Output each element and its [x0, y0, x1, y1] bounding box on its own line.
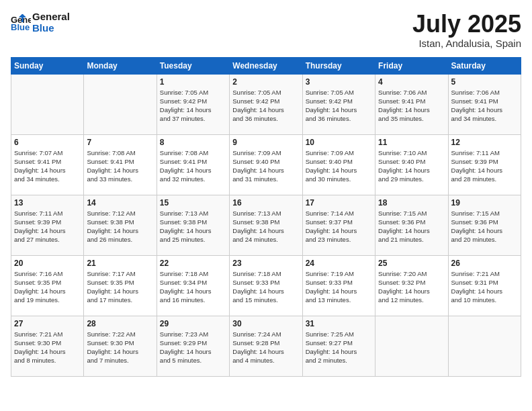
day-number: 13	[14, 198, 81, 208]
day-number: 15	[160, 198, 226, 208]
calendar-cell: 24Sunrise: 7:19 AM Sunset: 9:33 PM Dayli…	[302, 255, 375, 316]
day-info: Sunrise: 7:20 AM Sunset: 9:32 PM Dayligh…	[378, 269, 445, 305]
weekday-sunday: Sunday	[11, 57, 84, 74]
weekday-friday: Friday	[375, 57, 448, 74]
calendar-cell: 8Sunrise: 7:08 AM Sunset: 9:41 PM Daylig…	[157, 134, 229, 195]
calendar-cell: 13Sunrise: 7:11 AM Sunset: 9:39 PM Dayli…	[11, 195, 84, 255]
day-info: Sunrise: 7:18 AM Sunset: 9:34 PM Dayligh…	[160, 269, 226, 305]
calendar-week-1: 1Sunrise: 7:05 AM Sunset: 9:42 PM Daylig…	[11, 74, 521, 134]
day-info: Sunrise: 7:25 AM Sunset: 9:27 PM Dayligh…	[306, 330, 372, 365]
day-info: Sunrise: 7:18 AM Sunset: 9:33 PM Dayligh…	[232, 269, 299, 305]
calendar-cell: 12Sunrise: 7:11 AM Sunset: 9:39 PM Dayli…	[448, 134, 521, 195]
calendar-cell: 28Sunrise: 7:22 AM Sunset: 9:30 PM Dayli…	[84, 316, 157, 376]
day-number: 1	[160, 77, 226, 87]
calendar-cell: 25Sunrise: 7:20 AM Sunset: 9:32 PM Dayli…	[375, 255, 448, 316]
day-info: Sunrise: 7:09 AM Sunset: 9:40 PM Dayligh…	[306, 148, 372, 184]
calendar-week-4: 20Sunrise: 7:16 AM Sunset: 9:35 PM Dayli…	[11, 255, 521, 316]
day-info: Sunrise: 7:06 AM Sunset: 9:41 PM Dayligh…	[451, 88, 518, 124]
calendar-cell: 15Sunrise: 7:13 AM Sunset: 9:38 PM Dayli…	[157, 195, 229, 255]
day-number: 25	[378, 259, 445, 268]
logo-icon: General Blue	[11, 14, 31, 30]
calendar-cell: 9Sunrise: 7:09 AM Sunset: 9:40 PM Daylig…	[230, 134, 302, 195]
day-number: 26	[451, 259, 518, 268]
logo-general: General	[32, 11, 70, 22]
day-info: Sunrise: 7:10 AM Sunset: 9:40 PM Dayligh…	[378, 148, 445, 184]
day-info: Sunrise: 7:11 AM Sunset: 9:39 PM Dayligh…	[451, 148, 518, 184]
day-info: Sunrise: 7:15 AM Sunset: 9:36 PM Dayligh…	[451, 209, 518, 244]
calendar-cell: 16Sunrise: 7:13 AM Sunset: 9:38 PM Dayli…	[230, 195, 302, 255]
day-number: 17	[306, 198, 372, 208]
calendar-cell: 17Sunrise: 7:14 AM Sunset: 9:37 PM Dayli…	[302, 195, 375, 255]
day-number: 23	[232, 259, 299, 268]
calendar-cell	[448, 316, 521, 376]
day-info: Sunrise: 7:15 AM Sunset: 9:36 PM Dayligh…	[378, 209, 445, 244]
day-info: Sunrise: 7:21 AM Sunset: 9:30 PM Dayligh…	[14, 330, 81, 365]
day-number: 22	[160, 259, 226, 268]
calendar-week-3: 13Sunrise: 7:11 AM Sunset: 9:39 PM Dayli…	[11, 195, 521, 255]
day-info: Sunrise: 7:05 AM Sunset: 9:42 PM Dayligh…	[160, 88, 226, 124]
day-number: 6	[14, 138, 81, 147]
calendar-cell	[375, 316, 448, 376]
day-info: Sunrise: 7:22 AM Sunset: 9:30 PM Dayligh…	[87, 330, 153, 365]
day-number: 18	[378, 198, 445, 208]
day-number: 10	[306, 138, 372, 147]
day-info: Sunrise: 7:13 AM Sunset: 9:38 PM Dayligh…	[232, 209, 299, 244]
weekday-saturday: Saturday	[448, 57, 521, 74]
calendar-cell: 11Sunrise: 7:10 AM Sunset: 9:40 PM Dayli…	[375, 134, 448, 195]
svg-text:Blue: Blue	[11, 22, 30, 30]
day-info: Sunrise: 7:06 AM Sunset: 9:41 PM Dayligh…	[378, 88, 445, 124]
day-number: 29	[160, 319, 226, 328]
calendar-week-2: 6Sunrise: 7:07 AM Sunset: 9:41 PM Daylig…	[11, 134, 521, 195]
day-info: Sunrise: 7:11 AM Sunset: 9:39 PM Dayligh…	[14, 209, 81, 244]
day-number: 7	[87, 138, 153, 147]
page-header: General Blue General Blue July 2025 Ista…	[11, 11, 521, 49]
calendar-cell: 14Sunrise: 7:12 AM Sunset: 9:38 PM Dayli…	[84, 195, 157, 255]
calendar-cell: 6Sunrise: 7:07 AM Sunset: 9:41 PM Daylig…	[11, 134, 84, 195]
day-info: Sunrise: 7:13 AM Sunset: 9:38 PM Dayligh…	[160, 209, 226, 244]
calendar-cell: 7Sunrise: 7:08 AM Sunset: 9:41 PM Daylig…	[84, 134, 157, 195]
weekday-header-row: SundayMondayTuesdayWednesdayThursdayFrid…	[11, 57, 521, 74]
day-number: 31	[306, 319, 372, 328]
title-block: July 2025 Istan, Andalusia, Spain	[412, 11, 521, 49]
calendar-cell: 19Sunrise: 7:15 AM Sunset: 9:36 PM Dayli…	[448, 195, 521, 255]
calendar-cell: 31Sunrise: 7:25 AM Sunset: 9:27 PM Dayli…	[302, 316, 375, 376]
day-info: Sunrise: 7:05 AM Sunset: 9:42 PM Dayligh…	[232, 88, 299, 124]
day-number: 30	[232, 319, 299, 328]
calendar-body: 1Sunrise: 7:05 AM Sunset: 9:42 PM Daylig…	[11, 74, 521, 376]
day-number: 20	[14, 259, 81, 268]
day-info: Sunrise: 7:07 AM Sunset: 9:41 PM Dayligh…	[14, 148, 81, 184]
calendar-cell: 20Sunrise: 7:16 AM Sunset: 9:35 PM Dayli…	[11, 255, 84, 316]
day-number: 21	[87, 259, 153, 268]
day-number: 12	[451, 138, 518, 147]
calendar-cell: 5Sunrise: 7:06 AM Sunset: 9:41 PM Daylig…	[448, 74, 521, 134]
day-number: 2	[232, 77, 299, 87]
day-number: 11	[378, 138, 445, 147]
calendar-cell: 26Sunrise: 7:21 AM Sunset: 9:31 PM Dayli…	[448, 255, 521, 316]
weekday-tuesday: Tuesday	[157, 57, 229, 74]
day-info: Sunrise: 7:08 AM Sunset: 9:41 PM Dayligh…	[87, 148, 153, 184]
day-number: 3	[306, 77, 372, 87]
day-info: Sunrise: 7:14 AM Sunset: 9:37 PM Dayligh…	[306, 209, 372, 244]
day-number: 28	[87, 319, 153, 328]
calendar-cell: 4Sunrise: 7:06 AM Sunset: 9:41 PM Daylig…	[375, 74, 448, 134]
day-number: 9	[232, 138, 299, 147]
day-info: Sunrise: 7:08 AM Sunset: 9:41 PM Dayligh…	[160, 148, 226, 184]
day-number: 24	[306, 259, 372, 268]
day-info: Sunrise: 7:19 AM Sunset: 9:33 PM Dayligh…	[306, 269, 372, 305]
weekday-monday: Monday	[84, 57, 157, 74]
calendar-cell	[84, 74, 157, 134]
day-info: Sunrise: 7:09 AM Sunset: 9:40 PM Dayligh…	[232, 148, 299, 184]
day-info: Sunrise: 7:12 AM Sunset: 9:38 PM Dayligh…	[87, 209, 153, 244]
calendar-cell: 30Sunrise: 7:24 AM Sunset: 9:28 PM Dayli…	[230, 316, 302, 376]
logo: General Blue General Blue	[11, 11, 70, 34]
day-info: Sunrise: 7:24 AM Sunset: 9:28 PM Dayligh…	[232, 330, 299, 365]
calendar-cell: 1Sunrise: 7:05 AM Sunset: 9:42 PM Daylig…	[157, 74, 229, 134]
calendar-cell: 27Sunrise: 7:21 AM Sunset: 9:30 PM Dayli…	[11, 316, 84, 376]
day-info: Sunrise: 7:21 AM Sunset: 9:31 PM Dayligh…	[451, 269, 518, 305]
location: Istan, Andalusia, Spain	[412, 38, 521, 49]
calendar-cell: 29Sunrise: 7:23 AM Sunset: 9:29 PM Dayli…	[157, 316, 229, 376]
calendar-cell: 2Sunrise: 7:05 AM Sunset: 9:42 PM Daylig…	[230, 74, 302, 134]
calendar-cell: 22Sunrise: 7:18 AM Sunset: 9:34 PM Dayli…	[157, 255, 229, 316]
day-number: 14	[87, 198, 153, 208]
day-number: 8	[160, 138, 226, 147]
